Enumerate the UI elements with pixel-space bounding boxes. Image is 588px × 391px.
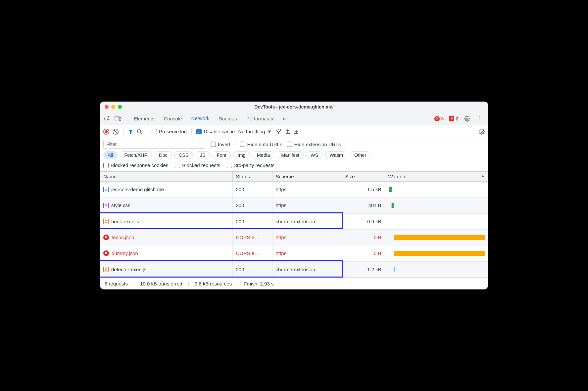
filter-input[interactable]: [103, 140, 206, 149]
checkbox-icon: [211, 142, 216, 147]
extra-filters-row: Blocked response cookies Blocked request…: [100, 160, 488, 172]
tab-elements[interactable]: Elements: [129, 112, 159, 125]
table-row[interactable]: ⟨⟩detector-exec.js200chrome-extension1.2…: [100, 261, 488, 277]
filter-toggle-icon[interactable]: [128, 129, 133, 134]
chip-js[interactable]: JS: [196, 151, 210, 159]
status-transferred: 10.0 kB transferred: [134, 281, 189, 286]
request-scheme: https: [272, 229, 342, 245]
file-err-icon: ✕: [103, 250, 109, 256]
table-row[interactable]: ⟨⟩hook-exec.js200chrome-extension6.9 kB: [100, 213, 488, 229]
chip-fetchxhr[interactable]: Fetch/XHR: [120, 151, 152, 159]
hide-data-urls-checkbox[interactable]: Hide data URLs: [240, 142, 282, 147]
hide-extension-urls-checkbox[interactable]: Hide extension URLs: [287, 142, 341, 147]
clear-button[interactable]: [113, 129, 119, 135]
chevron-down-icon: ▼: [267, 129, 272, 134]
resource-type-chips: AllFetch/XHRDocCSSJSFontImgMediaManifest…: [100, 149, 488, 160]
tab-network[interactable]: Network: [187, 112, 214, 125]
export-har-icon[interactable]: [285, 129, 290, 134]
network-toolbar: Preserve log ✓ Disable cache No throttli…: [100, 125, 488, 138]
error-count-badge[interactable]: ✕ 5: [432, 116, 446, 121]
hide-ext-label: Hide extension URLs: [294, 142, 341, 147]
titlebar: DevTools - jec-cors-demo.glitch.me/: [100, 102, 488, 112]
svg-point-7: [481, 131, 483, 132]
column-size[interactable]: Size: [342, 172, 385, 182]
chip-manifest[interactable]: Manifest: [277, 151, 304, 159]
settings-icon[interactable]: [462, 116, 473, 122]
chip-css[interactable]: CSS: [174, 151, 193, 159]
request-size: 1.2 kB: [342, 261, 385, 277]
request-size: 401 B: [342, 197, 385, 213]
network-conditions-icon[interactable]: [275, 129, 282, 134]
status-bar: 6 requests 10.0 kB transferred 9.6 kB re…: [100, 278, 488, 289]
chip-ws[interactable]: WS: [306, 151, 322, 159]
sort-arrow-icon: ▲: [481, 174, 485, 178]
search-icon[interactable]: [137, 129, 142, 134]
svg-rect-2: [119, 117, 121, 120]
chip-doc[interactable]: Doc: [155, 151, 172, 159]
column-status[interactable]: Status: [232, 172, 272, 182]
import-har-icon[interactable]: [294, 129, 299, 134]
request-status: CORS e…: [232, 245, 272, 261]
column-waterfall[interactable]: Waterfall▲: [385, 172, 488, 182]
request-size: 0 B: [342, 245, 385, 261]
tab-performance[interactable]: Performance: [242, 112, 279, 125]
column-name[interactable]: Name: [100, 172, 232, 182]
table-row[interactable]: ✕dummy.jsonCORS e…https0 B: [100, 245, 488, 261]
file-js-icon: ⟨⟩: [103, 219, 109, 224]
request-scheme: chrome-extension: [272, 261, 342, 277]
request-name: style.css: [111, 202, 130, 208]
request-status: 200: [232, 213, 272, 229]
checkbox-icon: [240, 142, 245, 147]
tab-console[interactable]: Console: [159, 112, 187, 125]
disable-cache-label: Disable cache: [204, 129, 235, 134]
table-row[interactable]: ✕todos.jsonCORS e…https0 B: [100, 229, 488, 245]
table-row[interactable]: ≡jec-cors-demo.glitch.me200https1.5 kB: [100, 182, 488, 197]
request-status: CORS e…: [232, 229, 272, 245]
chip-media[interactable]: Media: [253, 151, 274, 159]
more-menu-icon[interactable]: ⋮: [474, 115, 485, 122]
request-size: 6.9 kB: [342, 213, 385, 229]
table-row[interactable]: ✎style.css200https401 B: [100, 197, 488, 213]
blocked-requests-label: Blocked requests: [182, 162, 220, 168]
svg-point-6: [278, 132, 279, 133]
chip-other[interactable]: Other: [350, 151, 370, 159]
request-size: 1.5 kB: [342, 182, 385, 197]
checkbox-icon: [175, 163, 180, 168]
disable-cache-checkbox[interactable]: ✓ Disable cache: [196, 129, 235, 134]
invert-label: Invert: [218, 142, 230, 147]
status-resources: 9.6 kB resources: [189, 281, 238, 286]
chip-font[interactable]: Font: [213, 151, 231, 159]
chip-all[interactable]: All: [103, 151, 117, 159]
request-scheme: https: [272, 197, 342, 213]
throttling-label: No throttling: [238, 129, 265, 134]
request-size: 0 B: [342, 229, 385, 245]
issue-icon: ✕: [449, 116, 454, 121]
chip-img[interactable]: Img: [233, 151, 250, 159]
preserve-log-checkbox[interactable]: Preserve log: [152, 129, 187, 134]
record-button[interactable]: [103, 129, 109, 135]
request-name: todos.json: [112, 235, 134, 240]
invert-checkbox[interactable]: Invert: [211, 142, 230, 147]
checkbox-icon: [287, 142, 292, 147]
tab-sources[interactable]: Sources: [214, 112, 242, 125]
inspect-element-icon[interactable]: [103, 116, 112, 122]
throttling-dropdown[interactable]: No throttling ▼: [238, 129, 272, 134]
device-toolbar-icon[interactable]: [113, 116, 122, 121]
column-scheme[interactable]: Scheme: [272, 172, 342, 182]
request-waterfall: [385, 261, 488, 277]
network-table: Name Status Scheme Size Waterfall▲ ≡jec-…: [100, 172, 488, 278]
issue-count-badge[interactable]: ✕ 2: [447, 116, 460, 121]
blocked-requests-checkbox[interactable]: Blocked requests: [175, 162, 220, 168]
more-tabs-icon[interactable]: »: [281, 115, 288, 122]
third-party-checkbox[interactable]: 3rd-party requests: [227, 162, 274, 168]
request-status: 200: [232, 182, 272, 197]
issue-count: 2: [456, 116, 458, 121]
checkbox-icon: [103, 163, 109, 168]
svg-rect-1: [115, 117, 119, 120]
blocked-cookies-checkbox[interactable]: Blocked response cookies: [103, 162, 168, 168]
checkbox-icon: [227, 163, 232, 168]
network-settings-icon[interactable]: [479, 129, 485, 135]
blocked-cookies-label: Blocked response cookies: [111, 162, 168, 168]
chip-wasm[interactable]: Wasm: [325, 151, 347, 159]
request-waterfall: [385, 229, 488, 245]
